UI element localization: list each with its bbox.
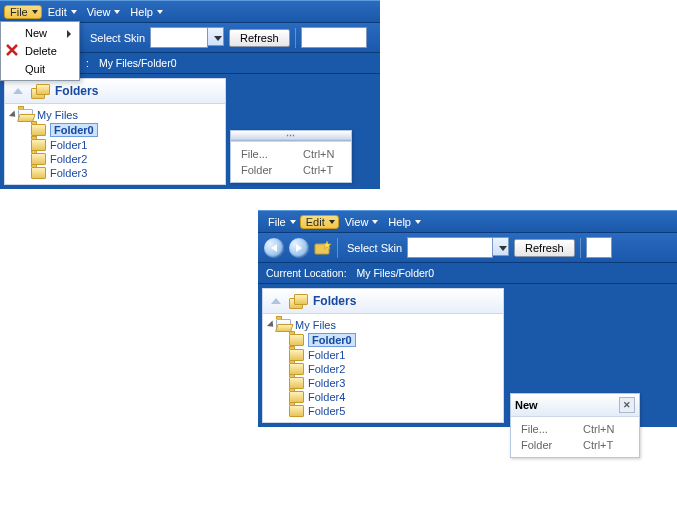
location-bar: Current Location: My Files/Folder0: [258, 263, 677, 284]
collapse-triangle-icon[interactable]: [271, 298, 281, 304]
menu-view-label: View: [345, 216, 369, 228]
floatmenu-row[interactable]: FolderCtrl+T: [237, 162, 345, 178]
folder-icon: [289, 405, 304, 417]
tree-item[interactable]: Folder0: [265, 332, 501, 348]
menu-view[interactable]: View: [81, 5, 125, 19]
floatmenu-drag-handle[interactable]: [231, 131, 351, 142]
floatmenu-rows: File...Ctrl+N FolderCtrl+T: [231, 142, 351, 182]
floatmenu-rows: File...Ctrl+N FolderCtrl+T: [511, 417, 639, 457]
tree-item[interactable]: Folder3: [265, 376, 501, 390]
collapse-triangle-icon[interactable]: [13, 88, 23, 94]
folders-panel: Folders My Files Folder0 Folder1: [4, 78, 226, 185]
floatmenu-close-button[interactable]: [619, 397, 635, 413]
twisty-expanded-icon[interactable]: [9, 110, 18, 119]
nav-forward-button[interactable]: [289, 238, 309, 258]
file-dropdown-quit[interactable]: Quit: [3, 60, 77, 78]
arrow-right-icon: [296, 244, 302, 252]
tree-item-label: Folder1: [50, 139, 87, 151]
skin-combobox[interactable]: [150, 27, 224, 48]
delete-x-icon: [6, 44, 20, 58]
tree-root[interactable]: My Files: [7, 108, 223, 122]
favorites-button[interactable]: [314, 239, 332, 257]
menu-file-label: File: [268, 216, 286, 228]
floatmenu-row[interactable]: File...Ctrl+N: [237, 146, 345, 162]
menu-view[interactable]: View: [339, 215, 383, 229]
toolbar: Select Skin Refresh: [258, 233, 677, 263]
location-path: My Files/Folder0: [99, 57, 177, 69]
toolbar-separator: [337, 238, 338, 258]
tree-item-label: Folder2: [50, 153, 87, 165]
menu-help-label: Help: [130, 6, 153, 18]
nav-back-button[interactable]: [264, 238, 284, 258]
select-skin-label: Select Skin: [90, 32, 145, 44]
tree-item[interactable]: Folder2: [265, 362, 501, 376]
skin-input[interactable]: [150, 27, 208, 48]
tree-item-label: Folder1: [308, 349, 345, 361]
location-label: Current Location:: [266, 267, 347, 279]
tree-item[interactable]: Folder5: [265, 404, 501, 418]
folder-icon: [31, 124, 46, 136]
arrow-left-icon: [271, 244, 277, 252]
menubar: File Edit View Help New Delete Quit: [0, 0, 380, 23]
tree-item[interactable]: Folder2: [7, 152, 223, 166]
file-dropdown-delete[interactable]: Delete: [3, 42, 77, 60]
skin-dropdown-button[interactable]: [493, 237, 509, 256]
twisty-expanded-icon[interactable]: [267, 320, 276, 329]
skin-input[interactable]: [407, 237, 493, 258]
tree-root-label: My Files: [295, 319, 336, 331]
tree-item[interactable]: Folder1: [265, 348, 501, 362]
file-dropdown-quit-label: Quit: [25, 63, 45, 75]
menu-help-label: Help: [388, 216, 411, 228]
menu-edit-label: Edit: [48, 6, 67, 18]
star-folder-icon: [314, 239, 332, 257]
tree-item-label: Folder2: [308, 363, 345, 375]
extra-input[interactable]: [301, 27, 367, 48]
refresh-button[interactable]: Refresh: [514, 239, 575, 257]
folders-panel-header: Folders: [263, 289, 503, 314]
floatmenu-row-label: Folder: [521, 439, 567, 451]
file-dropdown-delete-label: Delete: [25, 45, 57, 57]
caret-down-icon: [32, 10, 38, 14]
skin-combobox[interactable]: [407, 237, 509, 258]
menu-file-label: File: [10, 6, 28, 18]
folders-icon: [31, 83, 51, 99]
caret-down-icon: [214, 36, 222, 41]
tree-item[interactable]: Folder0: [7, 122, 223, 138]
caret-down-icon: [329, 220, 335, 224]
folders-tree: My Files Folder0 Folder1 Folder2 Folder3…: [263, 314, 503, 422]
caret-down-icon: [499, 246, 507, 251]
tree-root[interactable]: My Files: [265, 318, 501, 332]
file-dropdown-new[interactable]: New: [3, 24, 77, 42]
menu-edit[interactable]: Edit: [300, 215, 339, 229]
floatmenu-title: New: [515, 399, 538, 411]
location-label: :: [86, 57, 89, 69]
menu-edit[interactable]: Edit: [42, 5, 81, 19]
menu-edit-label: Edit: [306, 216, 325, 228]
folders-panel-header: Folders: [5, 79, 225, 104]
floatmenu-row-label: Folder: [241, 164, 287, 176]
menu-help[interactable]: Help: [382, 215, 425, 229]
menu-help[interactable]: Help: [124, 5, 167, 19]
floatmenu-row-label: File...: [241, 148, 287, 160]
refresh-button[interactable]: Refresh: [229, 29, 290, 47]
floatmenu-row-label: File...: [521, 423, 567, 435]
menu-file[interactable]: File: [4, 5, 42, 19]
app-window-top: File Edit View Help New Delete Quit Sele…: [0, 0, 380, 220]
folder-open-icon: [276, 319, 291, 331]
tree-item[interactable]: Folder4: [265, 390, 501, 404]
extra-input[interactable]: [586, 237, 612, 258]
floatmenu-row[interactable]: File...Ctrl+N: [517, 421, 633, 437]
skin-dropdown-button[interactable]: [208, 27, 224, 46]
folder-icon: [31, 167, 46, 179]
floatmenu-row[interactable]: FolderCtrl+T: [517, 437, 633, 453]
file-dropdown-new-label: New: [25, 27, 47, 39]
tree-item-label: Folder5: [308, 405, 345, 417]
location-path: My Files/Folder0: [357, 267, 435, 279]
tree-item-label: Folder0: [50, 123, 98, 137]
menu-file[interactable]: File: [262, 215, 300, 229]
tree-item[interactable]: Folder3: [7, 166, 223, 180]
tree-item[interactable]: Folder1: [7, 138, 223, 152]
folders-icon: [289, 293, 309, 309]
floatmenu-titlebar[interactable]: New: [511, 394, 639, 417]
submenu-arrow-icon: [67, 30, 71, 38]
